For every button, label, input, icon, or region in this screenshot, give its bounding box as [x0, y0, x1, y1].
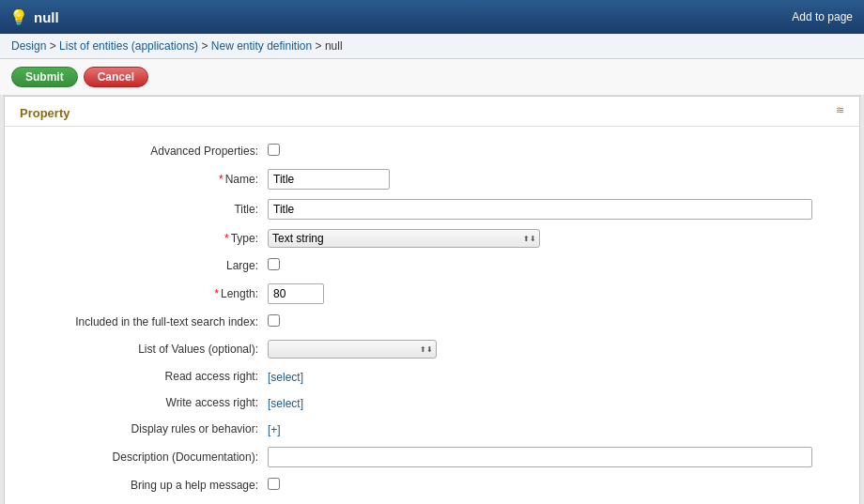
title-input[interactable] [268, 199, 812, 220]
breadcrumb: Design > List of entities (applications)… [0, 34, 864, 59]
breadcrumb-sep3: > [316, 39, 325, 53]
display-rules-field: [+] [268, 422, 841, 436]
large-checkbox[interactable] [268, 258, 280, 270]
write-access-label: Write access right: [23, 396, 268, 409]
type-required-star: * [224, 232, 229, 245]
list-of-values-label: List of Values (optional): [23, 343, 268, 356]
top-bar: 💡 null Add to page [0, 0, 864, 34]
section-title: Property [20, 106, 69, 120]
type-row: *Type: Text string Integer Float Boolean… [23, 224, 841, 252]
advanced-properties-checkbox[interactable] [268, 144, 280, 156]
list-select-wrapper [268, 340, 437, 359]
breadcrumb-design[interactable]: Design [11, 39, 46, 53]
main-content: Property ≋ Advanced Properties: *Name: [4, 96, 860, 504]
advanced-properties-field [268, 144, 841, 159]
breadcrumb-sep2: > [201, 39, 210, 53]
advanced-properties-row: Advanced Properties: [23, 138, 841, 164]
description-row: Description (Documentation): [23, 442, 841, 472]
bring-help-checkbox[interactable] [268, 478, 280, 490]
breadcrumb-list-entities[interactable]: List of entities (applications) [59, 39, 198, 53]
display-rules-plus-link[interactable]: [+] [268, 423, 281, 436]
name-input[interactable] [268, 169, 390, 190]
name-field [268, 169, 841, 190]
magic-icon: ≋ [836, 104, 844, 116]
form-container: Advanced Properties: *Name: Title: [5, 134, 859, 504]
large-field [268, 258, 841, 273]
length-field [268, 283, 841, 304]
fulltext-checkbox[interactable] [268, 314, 280, 327]
description-input[interactable] [268, 447, 812, 467]
toolbar-submit-button[interactable]: Submit [11, 67, 78, 87]
list-of-values-field [268, 340, 841, 359]
name-required-star: * [219, 173, 224, 186]
type-field: Text string Integer Float Boolean Date D… [268, 229, 841, 248]
title-field [268, 199, 841, 220]
breadcrumb-new-entity[interactable]: New entity definition [211, 39, 312, 53]
bring-help-row: Bring up a help message: [23, 472, 841, 498]
name-row: *Name: [23, 164, 841, 194]
title-label: Title: [23, 203, 268, 216]
bring-help-label: Bring up a help message: [23, 479, 268, 492]
add-to-page-link[interactable]: Add to page [792, 10, 853, 23]
title-row: Title: [23, 194, 841, 224]
toolbar: Submit Cancel [0, 59, 864, 96]
type-select[interactable]: Text string Integer Float Boolean Date D… [268, 229, 540, 248]
display-rules-label: Display rules or behavior: [23, 422, 268, 435]
read-access-link[interactable]: [select] [268, 371, 303, 384]
length-required-star: * [214, 287, 219, 300]
read-access-field: [select] [268, 370, 841, 384]
form-submit-row: Submit Cancel [23, 498, 841, 504]
write-access-link[interactable]: [select] [268, 397, 303, 410]
write-access-field: [select] [268, 396, 841, 410]
read-access-label: Read access right: [23, 370, 268, 383]
list-of-values-row: List of Values (optional): [23, 335, 841, 363]
advanced-properties-label: Advanced Properties: [23, 145, 268, 158]
length-row: *Length: [23, 279, 841, 309]
section-header: Property [5, 97, 859, 127]
form-panel: Property ≋ Advanced Properties: *Name: [5, 97, 859, 504]
large-row: Large: [23, 252, 841, 279]
name-label: *Name: [23, 173, 268, 186]
section-wrapper: Property ≋ [5, 97, 859, 127]
list-of-values-select[interactable] [268, 340, 437, 359]
app-title: null [34, 9, 59, 25]
lightbulb-icon: 💡 [9, 8, 28, 26]
write-access-row: Write access right: [select] [23, 389, 841, 416]
type-label: *Type: [23, 232, 268, 245]
fulltext-field [268, 314, 841, 329]
read-access-row: Read access right: [select] [23, 363, 841, 389]
bring-help-field [268, 478, 841, 493]
description-label: Description (Documentation): [23, 451, 268, 464]
fulltext-row: Included in the full-text search index: [23, 309, 841, 335]
fulltext-label: Included in the full-text search index: [23, 315, 268, 328]
length-input[interactable] [268, 283, 324, 304]
length-label: *Length: [23, 287, 268, 300]
display-rules-row: Display rules or behavior: [+] [23, 416, 841, 442]
description-field [268, 447, 841, 467]
breadcrumb-current: null [325, 39, 343, 53]
type-select-wrapper: Text string Integer Float Boolean Date D… [268, 229, 540, 248]
toolbar-cancel-button[interactable]: Cancel [84, 67, 148, 87]
large-label: Large: [23, 259, 268, 272]
breadcrumb-sep1: > [50, 39, 59, 53]
